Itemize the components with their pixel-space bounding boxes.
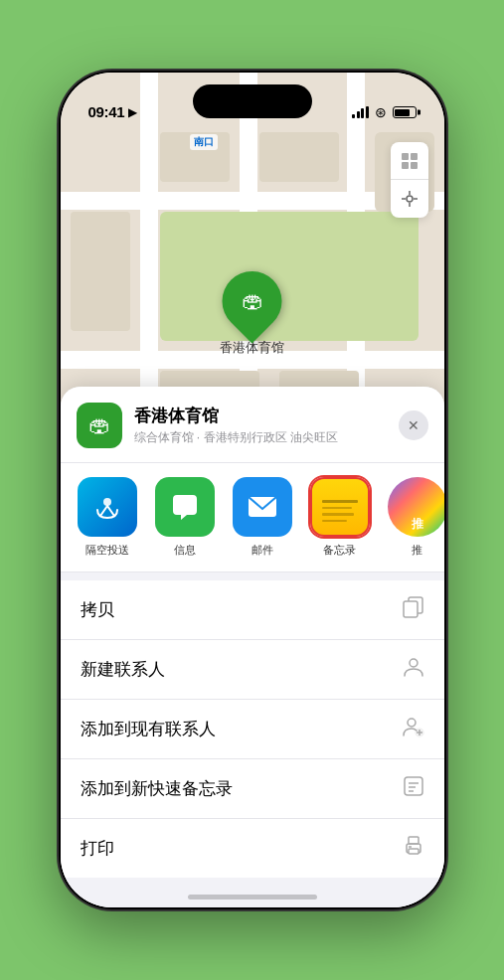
mail-icon — [233, 477, 292, 537]
share-item-airdrop[interactable]: 隔空投送 — [73, 477, 142, 558]
map-label-nankou: 南口 — [190, 134, 218, 150]
note-icon — [403, 775, 424, 802]
action-print-label: 打印 — [81, 837, 114, 860]
mail-label: 邮件 — [252, 543, 273, 558]
close-icon: ✕ — [408, 417, 420, 433]
place-subtitle: 综合体育馆 · 香港特别行政区 油尖旺区 — [134, 429, 387, 446]
share-item-mail[interactable]: 邮件 — [228, 477, 297, 558]
phone-screen: 09:41 ▶ ⊛ — [61, 73, 444, 907]
action-print[interactable]: 打印 — [61, 819, 444, 878]
airdrop-label: 隔空投送 — [85, 543, 129, 558]
svg-rect-23 — [409, 837, 419, 844]
airdrop-icon — [78, 477, 137, 537]
status-time: 09:41 — [88, 103, 125, 120]
svg-point-13 — [410, 659, 418, 667]
notes-icon — [310, 477, 370, 537]
print-icon — [403, 835, 424, 862]
person-icon — [403, 656, 424, 683]
home-indicator — [188, 895, 317, 899]
action-copy[interactable]: 拷贝 — [61, 580, 444, 640]
location-pin: 🏟 香港体育馆 — [220, 271, 284, 357]
svg-rect-24 — [409, 849, 419, 854]
location-button[interactable] — [391, 180, 428, 218]
copy-icon — [403, 596, 424, 623]
map-block — [71, 212, 130, 331]
map-type-button[interactable] — [391, 142, 428, 180]
notes-line — [322, 520, 347, 523]
place-info: 香港体育馆 综合体育馆 · 香港特别行政区 油尖旺区 — [134, 405, 387, 446]
map-block — [259, 132, 339, 182]
svg-rect-18 — [405, 777, 422, 795]
action-new-contact[interactable]: 新建联系人 — [61, 640, 444, 700]
share-item-more[interactable]: 推 推 — [383, 477, 444, 558]
action-add-existing-label: 添加到现有联系人 — [81, 718, 216, 740]
map-controls — [391, 142, 428, 218]
battery-icon — [393, 106, 417, 118]
messages-label: 信息 — [174, 543, 196, 558]
svg-point-14 — [408, 719, 416, 727]
status-icons: ⊛ — [352, 104, 417, 120]
dynamic-island — [193, 84, 312, 118]
share-item-messages[interactable]: 信息 — [150, 477, 220, 558]
place-logo: 🏟 — [77, 403, 122, 448]
svg-rect-1 — [411, 153, 418, 160]
close-button[interactable]: ✕ — [399, 410, 428, 440]
signal-bars-icon — [352, 106, 369, 118]
bottom-sheet: 🏟 香港体育馆 综合体育馆 · 香港特别行政区 油尖旺区 ✕ — [61, 387, 444, 907]
place-header: 🏟 香港体育馆 综合体育馆 · 香港特别行政区 油尖旺区 ✕ — [61, 387, 444, 463]
pin-circle: 🏟 — [210, 259, 294, 344]
action-new-contact-label: 新建联系人 — [81, 658, 165, 681]
place-logo-icon: 🏟 — [88, 412, 110, 438]
more-label: 推 — [412, 543, 422, 558]
svg-rect-0 — [402, 153, 409, 160]
messages-icon — [155, 477, 215, 537]
phone-frame: 09:41 ▶ ⊛ — [59, 71, 446, 909]
more-icon: 推 — [388, 477, 444, 537]
map-green-area — [160, 212, 419, 341]
notes-line — [322, 500, 358, 503]
notes-lines — [322, 500, 358, 522]
svg-rect-2 — [402, 162, 409, 169]
location-arrow-icon: ▶ — [128, 105, 137, 119]
pin-inner: 🏟 — [232, 280, 273, 322]
svg-rect-3 — [411, 162, 418, 169]
share-item-notes[interactable]: 备忘录 — [305, 477, 375, 558]
person-add-icon — [403, 716, 424, 742]
action-copy-label: 拷贝 — [81, 598, 114, 621]
notes-line — [322, 507, 353, 510]
stadium-icon: 🏟 — [242, 288, 263, 314]
action-list: 拷贝 新建联系人 — [61, 580, 444, 878]
notes-label: 备忘录 — [323, 543, 356, 558]
svg-rect-12 — [404, 601, 418, 617]
wifi-icon: ⊛ — [375, 104, 387, 120]
action-add-existing-contact[interactable]: 添加到现有联系人 — [61, 700, 444, 759]
action-add-quick-note[interactable]: 添加到新快速备忘录 — [61, 759, 444, 819]
place-name: 香港体育馆 — [134, 405, 387, 427]
notes-line — [322, 513, 354, 516]
share-actions-row: 隔空投送 信息 — [61, 463, 444, 572]
action-quick-note-label: 添加到新快速备忘录 — [81, 777, 233, 800]
svg-point-4 — [407, 196, 413, 202]
home-area — [61, 878, 444, 907]
